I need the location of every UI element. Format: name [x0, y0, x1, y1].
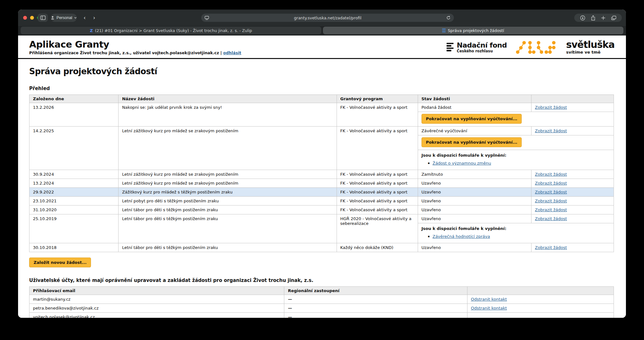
- application-date: 30.9.2024: [29, 170, 119, 179]
- view-application-link[interactable]: Zobrazit žádost: [535, 190, 567, 194]
- svetluska-dots-icon: [515, 39, 558, 56]
- application-actions: Zobrazit žádost: [531, 179, 614, 188]
- logout-link[interactable]: odhlásit: [223, 50, 241, 55]
- application-date: 25.10.2019: [29, 214, 119, 243]
- application-name: Letní zážitkový kurz pro mládež se zrako…: [119, 179, 337, 188]
- user-email: petra.benedikova@zivotjinak.cz: [29, 304, 284, 313]
- address-bar[interactable]: granty.svetluska.net/zadatel/profil: [201, 14, 454, 22]
- application-actions: Zobrazit žádost: [531, 170, 614, 179]
- form-link[interactable]: Závěrečná hodnotící zpráva: [433, 234, 490, 239]
- column-header: Grantový program: [337, 95, 418, 103]
- application-status: Podaná žádost: [418, 103, 531, 112]
- tab-zulip[interactable]: Z (21) #01 Organizacni > Grant Svetluska…: [21, 27, 321, 34]
- application-row: 13.2.2024Letní zážitkový kurz pro mládež…: [29, 179, 614, 188]
- view-application-link[interactable]: Zobrazit žádost: [535, 172, 567, 177]
- continue-settlement-button[interactable]: Pokračovat na vyplňování vyúčtování...: [422, 114, 522, 124]
- column-header: Založeno dne: [29, 95, 119, 103]
- application-status: Závěrečné vyúčtování: [418, 127, 531, 135]
- application-name: Letní tábor pro děti s těžkým postižením…: [119, 214, 337, 243]
- tab-bar: Z (21) #01 Organizacni > Grant Svetluska…: [18, 26, 626, 36]
- application-program: Každý něco dokáže (KND): [337, 243, 418, 252]
- application-program: HGŘ 2020 - Volnočasové aktivity a sebere…: [337, 214, 418, 243]
- application-actions: Zobrazit žádost: [531, 197, 614, 206]
- application-status: Uzavřeno: [418, 243, 531, 252]
- view-application-link[interactable]: Zobrazit žádost: [535, 181, 567, 186]
- application-name: Zážitkový kurz pro mládež s těžkým posti…: [119, 188, 337, 197]
- view-application-link[interactable]: Zobrazit žádost: [535, 105, 567, 110]
- user-row: vojtech.polasek@zivotjinak.cz—: [29, 313, 614, 318]
- toolbar-buttons: [574, 14, 622, 22]
- zulip-favicon: Z: [90, 28, 93, 33]
- application-row: 31.10.2020Letní tábor pro děti s těžkým …: [29, 206, 614, 214]
- application-date: 13.2.2026: [29, 103, 119, 127]
- main-content: Správa projektových žádostí Přehled Zalo…: [18, 67, 626, 318]
- forward-button[interactable]: ›: [89, 14, 99, 22]
- application-name: Letní zážitkový kurz pro mládež se zrako…: [119, 127, 337, 170]
- share-icon[interactable]: [591, 15, 596, 21]
- column-header: Název žádosti: [119, 95, 337, 103]
- application-actions: Zobrazit žádost: [531, 243, 614, 252]
- user-region: —: [284, 295, 467, 304]
- user-actions: [467, 313, 614, 318]
- user-actions: Odstranit kontakt: [467, 304, 614, 313]
- application-name: Letní pobyt pro děti s těžkým postižením…: [119, 197, 337, 206]
- application-date: 23.10.2021: [29, 197, 119, 206]
- application-row: 29.9.2022Zážitkový kurz pro mládež s těž…: [29, 188, 614, 197]
- application-program: FK - Volnočasové aktivity a sport: [337, 179, 418, 188]
- remove-contact-link[interactable]: Odstranit kontakt: [471, 297, 507, 302]
- application-row: 25.10.2019Letní tábor pro děti s těžkým …: [29, 214, 614, 223]
- view-application-link[interactable]: Zobrazit žádost: [535, 128, 567, 133]
- minimize-window-button[interactable]: [30, 16, 34, 20]
- application-actions: Zobrazit žádost: [531, 188, 614, 197]
- application-program: FK - Volnočasové aktivity a sport: [337, 206, 418, 214]
- svetluska-logo: světluška svítíme ve tmě: [566, 40, 615, 55]
- overview-heading: Přehled: [29, 86, 614, 91]
- downloads-icon[interactable]: [580, 15, 585, 21]
- login-info: Přihlášená organizace Život trochu jinak…: [29, 50, 241, 55]
- reload-icon[interactable]: [446, 16, 451, 20]
- continue-settlement-button[interactable]: Pokračovat na vyplňování vyúčtování...: [422, 137, 522, 147]
- column-header: [531, 95, 614, 103]
- view-application-link[interactable]: Zobrazit žádost: [535, 245, 567, 250]
- close-window-button[interactable]: [23, 16, 27, 20]
- application-row: 13.2.2026Nakopni se: Jak udělat prvník k…: [29, 103, 614, 112]
- tab-overview-icon[interactable]: [611, 16, 616, 20]
- applications-table-header: Založeno dneNázev žádostiGrantový progra…: [29, 95, 614, 103]
- user-region: —: [284, 304, 467, 313]
- url-text: granty.svetluska.net/zadatel/profil: [209, 16, 446, 20]
- sidebar-toggle-button[interactable]: [38, 14, 48, 22]
- remove-contact-link[interactable]: Odstranit kontakt: [471, 306, 507, 311]
- application-status: Uzavřeno: [418, 188, 531, 197]
- form-link[interactable]: Žádost o významnou změnu: [433, 161, 491, 166]
- site-header: Aplikace Granty Přihlášená organizace Ži…: [18, 36, 626, 59]
- back-button[interactable]: ‹: [80, 14, 89, 22]
- application-row: 30.10.2018Letní tábor pro děti s těžkým …: [29, 243, 614, 252]
- column-header: [467, 287, 614, 295]
- application-row: 30.9.2024Letní zážitkový kurz pro mládež…: [29, 170, 614, 179]
- page-content: Aplikace Granty Přihlášená organizace Ži…: [18, 36, 626, 318]
- view-application-link[interactable]: Zobrazit žádost: [535, 207, 567, 212]
- applications-table: Založeno dneNázev žádostiGrantový progra…: [29, 95, 614, 252]
- tab-grants-active[interactable]: Správa projektových žádostí: [323, 27, 624, 34]
- user-email: vojtech.polasek@zivotjinak.cz: [29, 313, 284, 318]
- application-row: 14.2.2025Letní zážitkový kurz pro mládež…: [29, 127, 614, 135]
- person-icon: [51, 16, 55, 20]
- nadacni-fond-icon: [447, 43, 454, 51]
- view-application-link[interactable]: Zobrazit žádost: [535, 216, 567, 221]
- forms-available-label: Jsou k dispozici fomuláře k vyplnění:: [422, 153, 610, 158]
- application-program: FK - Volnočasové aktivity a sport: [337, 170, 418, 179]
- view-application-link[interactable]: Zobrazit žádost: [535, 199, 567, 203]
- column-header: Regionální zastoupení: [284, 287, 467, 295]
- new-application-button[interactable]: Založit novou žádost...: [29, 258, 91, 267]
- bullet-icon: ▪: [428, 162, 430, 165]
- column-header: Přihlašovací email: [29, 287, 284, 295]
- user-actions: Odstranit kontakt: [467, 295, 614, 304]
- application-status: Uzavřeno: [418, 214, 531, 223]
- application-program: FK - Volnočasové aktivity a sport: [337, 103, 418, 127]
- application-status: Uzavřeno: [418, 197, 531, 206]
- page-title: Správa projektových žádostí: [29, 67, 614, 76]
- profile-menu-button[interactable]: Personal: [51, 14, 77, 22]
- new-tab-icon[interactable]: [601, 16, 606, 20]
- application-date: 31.10.2020: [29, 206, 119, 214]
- users-heading: Uživatelské účty, které mají oprávnění u…: [29, 278, 614, 283]
